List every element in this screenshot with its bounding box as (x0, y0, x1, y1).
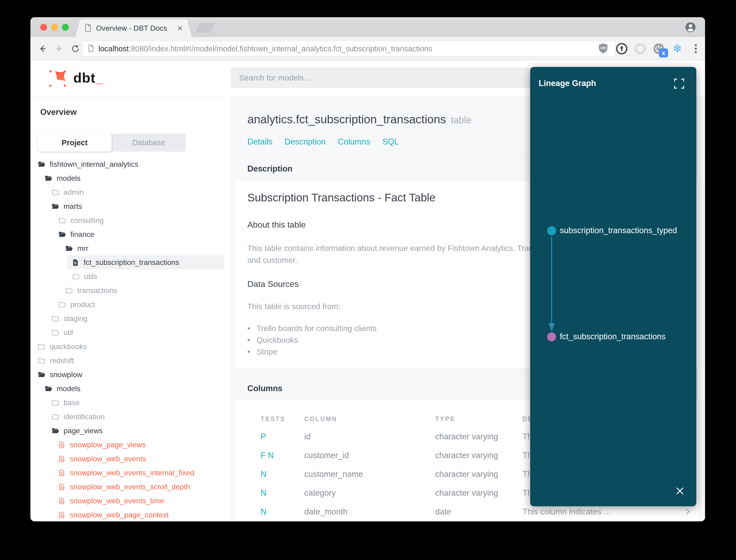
folder-open-icon (38, 371, 46, 379)
dbt-logo-icon[interactable] (47, 68, 69, 89)
tree-item-models[interactable]: models (30, 171, 230, 185)
column-cell: id (304, 432, 311, 441)
chevron-right-icon[interactable] (685, 507, 691, 518)
folder-open-icon (58, 231, 66, 238)
folder-closed-icon (38, 343, 46, 351)
lineage-node-target-label: fct_subscription_transactions (560, 332, 666, 341)
search-placeholder: Search for models... (239, 73, 310, 82)
browser-tab[interactable]: Overview - DBT Docs ✕ (75, 20, 192, 37)
tree-item-snowplow_web_events[interactable]: snowplow_web_events (30, 452, 230, 466)
tree-item-label: page_views (64, 427, 103, 435)
columns-section-heading: Columns (247, 384, 283, 393)
type-cell: character varying (435, 432, 498, 441)
folder-open-icon (38, 160, 46, 168)
tab-close-icon[interactable]: ✕ (177, 24, 183, 33)
folder-closed-icon (58, 216, 66, 224)
folder-open-icon (44, 174, 52, 182)
url-bar[interactable]: localhost:8080/index.html#!/model/model.… (82, 41, 615, 57)
tree-item-util[interactable]: util (30, 326, 230, 340)
lineage-node-source[interactable] (547, 226, 556, 235)
tree-item-fct_subscription_transactions[interactable]: fct_subscription_transactions (67, 255, 224, 269)
tests-cell: P (261, 432, 266, 441)
tree-item-label: marts (64, 202, 82, 211)
tree-item-page_views[interactable]: page_views (30, 424, 230, 438)
window-close-button[interactable] (40, 24, 47, 31)
browser-menu-icon[interactable] (690, 43, 702, 55)
tree-item-marts[interactable]: marts (30, 199, 230, 213)
nav-link-columns[interactable]: Columns (338, 137, 370, 147)
folder-open-icon (51, 427, 59, 435)
tree-item-label: snowplow (50, 371, 82, 379)
tree-item-consulting[interactable]: consulting (30, 213, 230, 227)
tree-item-snowplow_web_events_time[interactable]: snowplow_web_events_time (30, 494, 230, 508)
tree-item-mrr[interactable]: mrr (30, 241, 230, 255)
folder-closed-icon (58, 301, 66, 309)
page-favicon-icon (84, 24, 92, 33)
back-button[interactable] (37, 43, 48, 55)
tree-item-label: snowplow_web_events (70, 455, 146, 463)
tree-item-redshift[interactable]: redshift (30, 354, 230, 368)
header-type: TYPE (435, 416, 455, 423)
tree-item-snowplow_web_events_scroll_depth[interactable]: snowplow_web_events_scroll_depth (30, 480, 230, 494)
window-zoom-button[interactable] (62, 24, 69, 31)
tree-item-label: admin (64, 188, 84, 197)
forward-button[interactable] (53, 43, 65, 55)
url-text: localhost:8080/index.html#!/model/model.… (98, 44, 432, 53)
reload-button[interactable] (70, 43, 81, 55)
tab-title: Overview - DBT Docs (96, 24, 167, 33)
svg-text:UO: UO (600, 46, 606, 50)
tree-item-finance[interactable]: finance (30, 227, 230, 241)
folder-open-icon (51, 202, 59, 210)
lineage-close-icon[interactable] (675, 486, 685, 496)
project-database-toggle: Project Database (38, 134, 186, 152)
tree-item-identification[interactable]: identification (30, 410, 230, 424)
tree-item-admin[interactable]: admin (30, 185, 230, 199)
power-extension-icon[interactable]: x (653, 43, 665, 55)
tree-item-label: consulting (70, 216, 104, 225)
tree-item-snowplow[interactable]: snowplow (30, 368, 230, 382)
tree-item-snowplow_web_events_internal_fixed[interactable]: snowplow_web_events_internal_fixed (30, 466, 230, 480)
profile-icon[interactable] (685, 22, 696, 33)
tree-item-snowplow_web_page_context[interactable]: snowplow_web_page_context (30, 508, 230, 521)
lineage-node-target[interactable] (547, 332, 556, 341)
tests-cell: N (261, 488, 267, 498)
tree-item-fishtown_internal_analytics[interactable]: fishtown_internal_analytics (30, 157, 230, 171)
type-cell: character varying (435, 488, 498, 498)
column-cell: customer_id (304, 451, 349, 460)
description-section-heading: Description (247, 164, 293, 174)
nav-link-details[interactable]: Details (247, 137, 273, 147)
snowflake-extension-icon[interactable]: ❄ (671, 43, 683, 55)
window-minimize-button[interactable] (51, 24, 58, 31)
tree-item-utils[interactable]: utils (30, 269, 230, 283)
tree-item-label: snowplow_web_page_context (70, 511, 169, 519)
folder-closed-icon (51, 329, 59, 337)
tree-item-base[interactable]: base (30, 396, 230, 410)
nav-link-sql[interactable]: SQL (382, 137, 399, 147)
tree-item-label: staging (64, 314, 87, 323)
header-column: COLUMN (304, 416, 337, 423)
tree-item-models[interactable]: models (30, 382, 230, 396)
tree-item-staging[interactable]: staging (30, 311, 230, 326)
tree-item-product[interactable]: product (30, 297, 230, 311)
column-cell: date_month (304, 507, 348, 517)
dbt-wordmark: dbt_ (73, 70, 103, 86)
lineage-node-source-label: subscription_transactions_typed (560, 226, 677, 235)
tree-item-transactions[interactable]: transactions (30, 283, 230, 297)
tree-item-snowplow_page_views[interactable]: snowplow_page_views (30, 438, 230, 452)
ublock-extension-icon[interactable]: UO (597, 43, 609, 55)
page-icon (88, 44, 94, 53)
tree-item-label: snowplow_web_events_scroll_depth (70, 483, 190, 491)
source-item: Trello boards for consulting clients (247, 323, 377, 334)
onepassword-extension-icon[interactable] (616, 43, 628, 55)
file-icon (58, 497, 66, 505)
new-tab-button[interactable] (195, 23, 216, 33)
tab-database[interactable]: Database (112, 134, 186, 152)
disabled-extension-icon[interactable] (634, 43, 646, 55)
tree-item-label: fishtown_internal_analytics (50, 160, 138, 169)
tab-project[interactable]: Project (38, 134, 112, 152)
extension-badge: x (659, 48, 668, 57)
file-icon (58, 483, 66, 491)
file-icon (58, 469, 66, 477)
tree-item-quickbooks[interactable]: quickbooks (30, 340, 230, 354)
nav-link-description[interactable]: Description (285, 137, 326, 147)
